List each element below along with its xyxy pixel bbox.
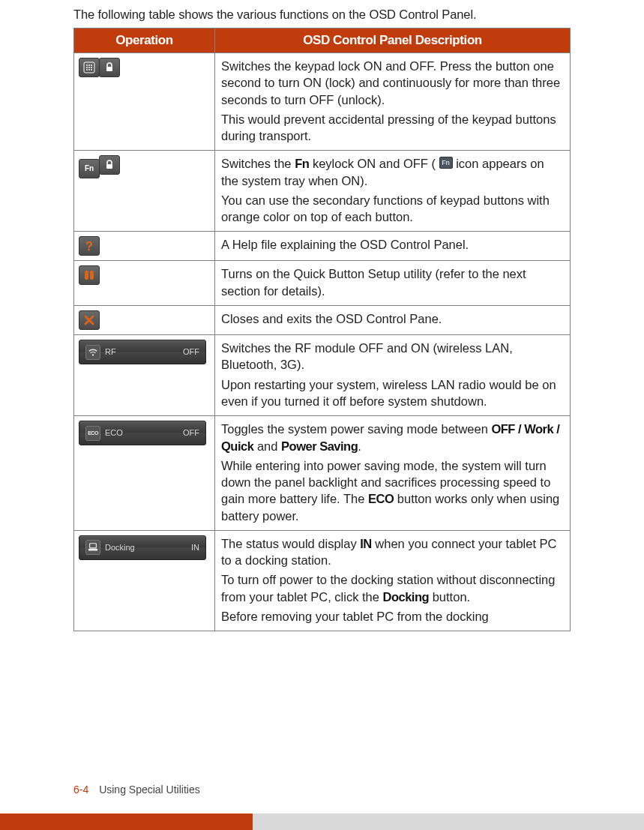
osd-functions-table: Operation OSD Control Panel Description [73, 28, 571, 631]
svg-rect-13 [90, 271, 94, 280]
svg-point-7 [86, 69, 88, 70]
fn-icon: Fn [79, 159, 100, 178]
eco-icon: ECO [85, 426, 100, 441]
desc-para: Before removing your tablet PC from the … [221, 608, 564, 625]
table-row: Switches the keypad lock ON and OFF. Pre… [74, 53, 571, 151]
header-description: OSD Control Panel Description [215, 28, 571, 53]
svg-point-4 [86, 67, 88, 68]
fn-tray-icon: Fn [439, 157, 453, 169]
desc-para: Toggles the system power saving mode bet… [221, 421, 564, 454]
desc-para: Turns on the Quick Button Setup utility … [221, 265, 564, 299]
text: keylock ON and OFF ( [309, 157, 439, 170]
dock-icon [85, 540, 100, 555]
power-saving-label: Power Saving [281, 439, 358, 453]
page-footer: 6-4 Using Special Utilities [73, 784, 200, 796]
page-number: 6-4 [73, 784, 88, 796]
table-row: Turns on the Quick Button Setup utility … [74, 261, 571, 306]
desc-para: This would prevent accidental pressing o… [221, 111, 564, 145]
table-row: ECO ECO OFF Toggles the system power sav… [74, 416, 571, 531]
eco-state: OFF [183, 427, 199, 439]
desc-para: While entering into power saving mode, t… [221, 457, 564, 524]
desc-para: Switches the RF module OFF and ON (wirel… [221, 340, 564, 373]
lock-icon [99, 155, 120, 175]
desc-para: Upon restarting your system, wireless LA… [221, 376, 564, 410]
eco-word: ECO [368, 492, 394, 505]
intro-text: The following table shows the various fu… [73, 7, 571, 22]
svg-rect-17 [90, 544, 97, 548]
rf-state: OFF [183, 346, 199, 358]
svg-point-5 [88, 67, 90, 68]
svg-point-1 [86, 64, 88, 66]
in-label: IN [360, 537, 372, 550]
eco-status-bar: ECO ECO OFF [79, 421, 206, 445]
text: . [358, 439, 361, 453]
docking-label: Docking [105, 542, 135, 553]
table-row: RF OFF Switches the RF module OFF and ON… [74, 335, 571, 416]
svg-rect-10 [106, 67, 112, 71]
text: Toggles the system power saving mode bet… [221, 422, 491, 436]
desc-para: Switches the Fn keylock ON and OFF ( Fn … [221, 155, 564, 189]
svg-point-9 [91, 69, 92, 70]
docking-word: Docking [383, 590, 430, 604]
table-row: Fn Switches the Fn keylock ON and OFF ( … [74, 151, 571, 232]
svg-rect-18 [88, 549, 97, 551]
table-row: Docking IN The status would display IN w… [74, 530, 571, 631]
svg-point-8 [88, 69, 90, 70]
docking-state: IN [191, 542, 199, 553]
svg-point-16 [92, 354, 94, 355]
help-icon: ? [79, 236, 100, 256]
section-title: Using Special Utilities [99, 784, 200, 796]
quick-button-setup-icon [79, 265, 100, 285]
svg-rect-12 [85, 271, 88, 280]
text: button. [429, 590, 470, 604]
text: The status would display [221, 537, 360, 550]
footer-color-bar [0, 814, 644, 830]
table-row: Closes and exits the OSD Control Pane. [74, 305, 571, 334]
desc-para: Switches the keypad lock ON and OFF. Pre… [221, 58, 564, 108]
rf-status-bar: RF OFF [79, 340, 206, 364]
docking-status-bar: Docking IN [79, 535, 206, 560]
keypad-icon [79, 58, 100, 77]
desc-para: Closes and exits the OSD Control Pane. [221, 310, 564, 327]
fn-label: Fn [295, 157, 309, 170]
svg-point-2 [88, 64, 90, 66]
header-operation: Operation [74, 28, 215, 53]
eco-label: ECO [105, 427, 123, 439]
svg-point-3 [91, 64, 92, 66]
wifi-icon [85, 345, 100, 360]
desc-para: A Help file explaining the OSD Control P… [221, 236, 564, 253]
table-row: ? A Help file explaining the OSD Control… [74, 232, 571, 261]
svg-rect-11 [106, 164, 112, 169]
rf-label: RF [105, 346, 116, 358]
desc-para: You can use the secondary functions of k… [221, 192, 564, 226]
text: and [253, 439, 281, 453]
text: Switches the [221, 157, 295, 170]
desc-para: The status would display IN when you con… [221, 535, 564, 569]
lock-icon [99, 58, 120, 77]
close-icon [79, 310, 100, 330]
desc-para: To turn off power to the docking station… [221, 571, 564, 605]
svg-point-6 [91, 67, 92, 68]
